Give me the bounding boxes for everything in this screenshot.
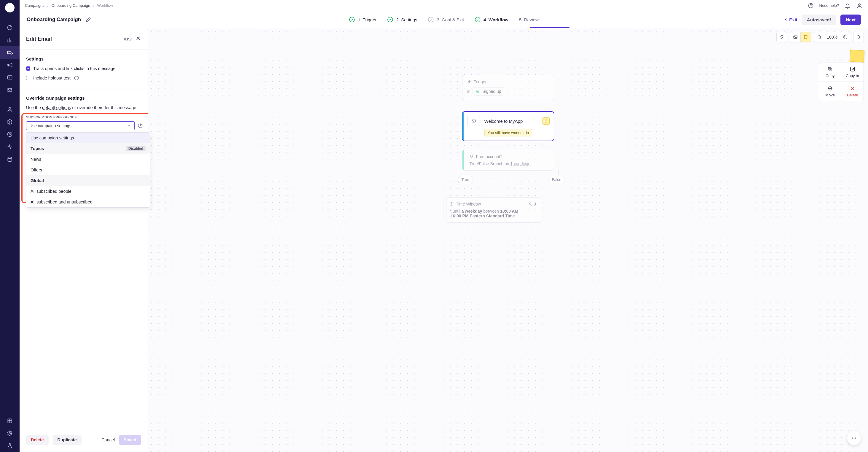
option-use-campaign-settings[interactable]: Use campaign settings [26, 132, 150, 143]
panel-title: Edit Email [26, 36, 52, 42]
nav-objects[interactable] [0, 116, 20, 128]
step-review[interactable]: 5. Review [519, 17, 539, 22]
nav-content[interactable] [0, 415, 20, 427]
branch-node[interactable]: Free account? True/False Branch on 1 con… [462, 150, 554, 171]
svg-point-6 [9, 134, 11, 135]
bell-icon[interactable] [844, 2, 851, 9]
zoom-in-icon[interactable] [840, 32, 850, 42]
workflow-canvas[interactable]: 100% Copy Copy to Move Delete T [148, 28, 868, 452]
email-node[interactable]: Welcome to MyApp You still have work to … [462, 111, 554, 141]
svg-point-15 [475, 17, 480, 22]
email-id[interactable]: ID: 3 [124, 37, 132, 41]
svg-point-14 [428, 17, 433, 22]
saved-button[interactable]: Saved [119, 435, 141, 445]
step-trigger[interactable]: 1. Trigger [349, 17, 376, 23]
idea-icon[interactable] [777, 32, 787, 42]
sticky-note-preview[interactable] [849, 50, 865, 62]
nav-labs[interactable] [0, 440, 20, 452]
nav-settings[interactable] [0, 427, 20, 440]
svg-point-11 [859, 4, 861, 6]
svg-point-7 [8, 157, 11, 159]
option-all-subscribed[interactable]: All subscribed people [26, 186, 150, 197]
breadcrumb-campaigns[interactable]: Campaigns [25, 3, 44, 8]
branch-condition-link[interactable]: 1 condition [510, 161, 531, 166]
option-group-global: Global [26, 175, 150, 186]
email-node-note: You still have work to do [485, 129, 532, 137]
action-copy-to[interactable]: Copy to [841, 63, 864, 82]
breadcrumb-current: Workflow [97, 3, 113, 8]
help-icon[interactable] [808, 2, 814, 9]
next-button[interactable]: Next [840, 14, 861, 25]
svg-rect-1 [8, 51, 11, 54]
holdout-test-checkbox[interactable]: Include holdout test [26, 75, 141, 81]
nav-transactional[interactable] [0, 71, 20, 84]
sticky-note-icon[interactable] [801, 32, 811, 42]
nav-analytics[interactable] [0, 34, 20, 46]
nav-deliveries[interactable] [0, 84, 20, 96]
step-bar: Onboarding Campaign 1. Trigger 2. Settin… [20, 11, 868, 28]
track-opens-checkbox[interactable]: Track opens and link clicks in this mess… [26, 66, 141, 71]
disabled-badge: Disabled [126, 146, 146, 151]
svg-point-25 [477, 90, 479, 93]
default-settings-link[interactable]: default settings [42, 105, 71, 110]
nav-data[interactable] [0, 153, 20, 165]
svg-point-31 [852, 438, 853, 439]
help-icon[interactable] [73, 75, 80, 81]
more-actions-fab[interactable] [847, 431, 861, 445]
workspace-avatar[interactable] [5, 3, 14, 12]
branch-true-label: True [458, 176, 473, 183]
action-move[interactable]: Move [819, 82, 841, 101]
mail-icon [467, 116, 480, 126]
help-icon[interactable] [137, 123, 143, 129]
delete-button[interactable]: Delete [26, 435, 49, 445]
nav-campaigns[interactable] [0, 46, 20, 59]
time-window-node[interactable]: Time Window 0 it until a weekday between… [446, 197, 541, 223]
zoom-out-icon[interactable] [814, 32, 825, 42]
nav-dashboard[interactable] [0, 21, 20, 34]
branch-icon [470, 154, 474, 159]
step-settings[interactable]: 2. Settings [388, 17, 417, 23]
svg-rect-18 [794, 36, 797, 38]
exit-link[interactable]: Exit [784, 17, 798, 22]
step-workflow[interactable]: 4. Workflow [475, 17, 508, 23]
nav-segments[interactable] [0, 128, 20, 141]
campaign-title: Onboarding Campaign [27, 17, 81, 23]
node-actions-card: Copy Copy to Move Delete [819, 63, 864, 101]
svg-point-5 [8, 132, 12, 137]
subscription-preference-label: SUBSCRIPTION PREFERENCE [26, 115, 141, 119]
user-icon[interactable] [856, 2, 863, 9]
action-copy[interactable]: Copy [819, 63, 841, 82]
edit-email-panel: Edit Email ID: 3 Settings Track opens an… [20, 28, 148, 452]
step-goal-exit[interactable]: 3. Goal & Exit [428, 17, 464, 23]
action-delete[interactable]: Delete [841, 82, 864, 101]
nav-broadcasts[interactable] [0, 59, 20, 71]
svg-point-22 [857, 36, 860, 38]
option-all-sub-unsub[interactable]: All subscribed and unsubscribed [26, 197, 150, 207]
svg-point-13 [388, 17, 393, 22]
nav-people[interactable] [0, 103, 20, 116]
note-badge-icon[interactable] [542, 117, 550, 125]
pencil-icon[interactable] [85, 16, 92, 23]
email-node-title: Welcome to MyApp [485, 119, 523, 124]
image-icon[interactable] [790, 32, 800, 42]
subscription-preference-select[interactable]: Use campaign settings [26, 121, 134, 130]
zoom-level: 100% [825, 32, 840, 42]
duplicate-button[interactable]: Duplicate [53, 435, 82, 445]
option-news[interactable]: News [26, 154, 150, 164]
subscription-preference-dropdown: Use campaign settings Topics Disabled Ne… [26, 132, 150, 208]
breadcrumb-campaign-name[interactable]: Onboarding Campaign [51, 3, 90, 8]
option-offers[interactable]: Offers [26, 164, 150, 175]
need-help-link[interactable]: Need help? [819, 3, 839, 8]
close-icon[interactable] [135, 35, 141, 43]
cancel-link[interactable]: Cancel [101, 438, 115, 442]
search-icon[interactable] [854, 32, 864, 42]
svg-point-12 [349, 17, 354, 22]
nav-activity[interactable] [0, 141, 20, 153]
trigger-node[interactable]: Trigger in Signed up [462, 75, 554, 100]
autosaved-button[interactable]: Autosaved! [802, 14, 837, 25]
svg-point-32 [854, 438, 855, 439]
svg-point-30 [530, 203, 531, 204]
svg-rect-8 [8, 419, 11, 423]
connector [458, 181, 458, 196]
breadcrumb: Campaigns / Onboarding Campaign / Workfl… [25, 3, 113, 8]
